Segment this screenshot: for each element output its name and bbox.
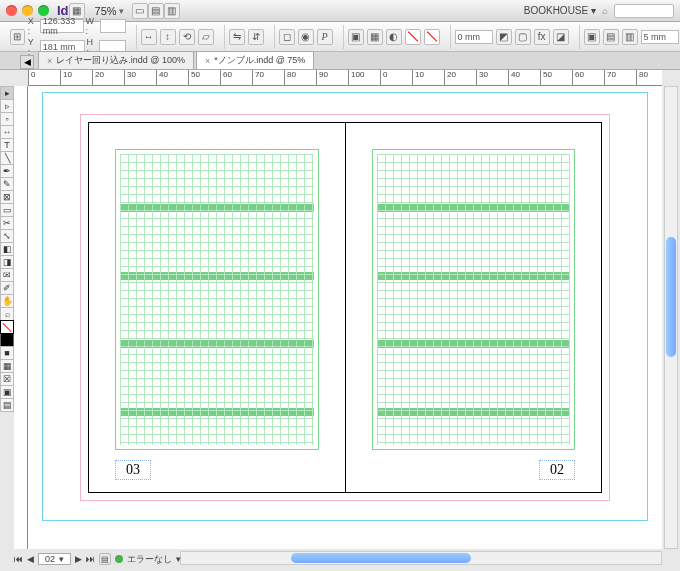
y-label: Y : xyxy=(28,37,38,57)
line-tool[interactable]: ╲ xyxy=(0,151,14,165)
page-nav-last[interactable]: ⏭ xyxy=(86,554,95,564)
document-tab-2[interactable]: ×*ノンブル.indd @ 75% xyxy=(196,51,314,69)
close-icon[interactable]: × xyxy=(205,56,210,66)
gradient-feather-tool[interactable]: ◨ xyxy=(0,255,14,269)
x-label: X : xyxy=(28,16,38,36)
scrollbar-thumb[interactable] xyxy=(666,237,676,357)
shear-icon[interactable]: ▱ xyxy=(198,29,214,45)
preflight-dropdown-icon[interactable]: ▾ xyxy=(176,554,181,564)
document-tab-1[interactable]: ×レイヤー回り込み.indd @ 100% xyxy=(38,51,194,69)
document-canvas[interactable]: 03 02 xyxy=(28,86,662,549)
stroke-weight-input[interactable]: 0 mm xyxy=(455,30,493,44)
w-input[interactable] xyxy=(100,19,126,33)
preview-view-icon[interactable]: ▤ xyxy=(0,398,14,412)
hand-tool[interactable]: ✋ xyxy=(0,294,14,308)
page-nav-first[interactable]: ⏮ xyxy=(14,554,23,564)
text-frame-grid[interactable] xyxy=(115,149,319,450)
text-frame-grid[interactable] xyxy=(372,149,576,450)
eyedropper-tool[interactable]: ✐ xyxy=(0,281,14,295)
apply-none-icon[interactable]: ☒ xyxy=(0,372,14,386)
search-icon: ⌕ xyxy=(602,5,608,16)
page-number-field[interactable]: 02▾ xyxy=(38,553,71,565)
paragraph-style-icon[interactable]: P xyxy=(317,29,333,45)
stroke-swatch[interactable] xyxy=(0,333,14,347)
rotate-icon[interactable]: ⟲ xyxy=(179,29,195,45)
rectangle-frame-tool[interactable]: ⊠ xyxy=(0,190,14,204)
traffic-lights xyxy=(6,5,49,16)
zoom-window-button[interactable] xyxy=(38,5,49,16)
page-number-right[interactable]: 02 xyxy=(539,460,575,480)
direct-selection-tool[interactable]: ▹ xyxy=(0,99,14,113)
tab-label: *ノンブル.indd @ 75% xyxy=(214,54,305,67)
tab-scroll-left[interactable]: ◀ xyxy=(20,55,34,69)
preflight-ok-icon xyxy=(115,555,123,563)
screen-mode-icon[interactable]: ▤ xyxy=(148,3,164,19)
vertical-ruler[interactable] xyxy=(14,86,28,549)
page-nav-next[interactable]: ▶ xyxy=(75,554,82,564)
page-spread: 03 02 xyxy=(88,122,602,493)
wrap-shape-icon[interactable]: ◐ xyxy=(386,29,402,45)
scale-y-icon[interactable]: ↕ xyxy=(160,29,176,45)
wrap-none-icon[interactable]: ▣ xyxy=(348,29,364,45)
document-tab-bar: ◀ ×レイヤー回り込み.indd @ 100% ×*ノンブル.indd @ 75… xyxy=(0,52,680,70)
scissors-tool[interactable]: ✂ xyxy=(0,216,14,230)
opacity-icon[interactable]: ▢ xyxy=(515,29,531,45)
fill-swatch[interactable] xyxy=(0,320,14,334)
search-input[interactable] xyxy=(614,4,674,18)
gradient-tool[interactable]: ◧ xyxy=(0,242,14,256)
vertical-scrollbar[interactable] xyxy=(664,86,678,549)
normal-view-icon[interactable]: ▣ xyxy=(0,385,14,399)
apply-color-icon[interactable]: ■ xyxy=(0,346,14,360)
x-input[interactable]: 126.333 mm xyxy=(40,19,84,33)
gap-tool[interactable]: ↔ xyxy=(0,125,14,139)
corner-options-icon[interactable]: ◩ xyxy=(496,29,512,45)
scrollbar-thumb[interactable] xyxy=(291,553,471,563)
minimize-window-button[interactable] xyxy=(22,5,33,16)
zoom-level[interactable]: 75% xyxy=(95,5,117,17)
type-tool[interactable]: T xyxy=(0,138,14,152)
fill-none-icon[interactable] xyxy=(405,29,421,45)
effects-icon[interactable]: fx xyxy=(534,29,550,45)
page-tool[interactable]: ▫ xyxy=(0,112,14,126)
apply-gradient-icon[interactable]: ▦ xyxy=(0,359,14,373)
left-page[interactable]: 03 xyxy=(89,123,345,492)
reference-point-icon[interactable]: ⊞ xyxy=(10,29,25,45)
zoom-tool[interactable]: ⌕ xyxy=(0,307,14,321)
rectangle-tool[interactable]: ▭ xyxy=(0,203,14,217)
dropdown-icon[interactable]: ▾ xyxy=(119,6,124,16)
flip-v-icon[interactable]: ⇵ xyxy=(248,29,264,45)
preflight-status[interactable]: エラーなし xyxy=(127,553,172,566)
stroke-none-icon[interactable] xyxy=(424,29,440,45)
horizontal-ruler[interactable]: 0102030405060708090100010203040506070809… xyxy=(28,70,662,86)
close-window-button[interactable] xyxy=(6,5,17,16)
pen-tool[interactable]: ✒ xyxy=(0,164,14,178)
tools-panel: ▸ ▹ ▫ ↔ T ╲ ✒ ✎ ⊠ ▭ ✂ ⤡ ◧ ◨ ✉ ✐ ✋ ⌕ ■ ▦ … xyxy=(0,86,14,411)
w-label: W : xyxy=(86,16,98,36)
note-tool[interactable]: ✉ xyxy=(0,268,14,282)
workspace-label[interactable]: BOOKHOUSE ▾ xyxy=(524,5,596,16)
scale-x-icon[interactable]: ↔ xyxy=(141,29,157,45)
frame-grid-pattern xyxy=(120,154,314,445)
status-bar: ⏮ ◀ 02▾ ▶ ⏭ ▤ エラーなし ▾ xyxy=(14,551,181,567)
page-nav-prev[interactable]: ◀ xyxy=(27,554,34,564)
view-mode-icon[interactable]: ▭ xyxy=(132,3,148,19)
fit-content-icon[interactable]: ▣ xyxy=(584,29,600,45)
center-content-icon[interactable]: ▥ xyxy=(622,29,638,45)
dropshadow-icon[interactable]: ◪ xyxy=(553,29,569,45)
pencil-tool[interactable]: ✎ xyxy=(0,177,14,191)
spacing-input[interactable]: 5 mm xyxy=(641,30,679,44)
select-content-icon[interactable]: ◉ xyxy=(298,29,314,45)
select-container-icon[interactable]: ◻ xyxy=(279,29,295,45)
horizontal-scrollbar[interactable] xyxy=(180,551,662,565)
arrange-icon[interactable]: ▥ xyxy=(164,3,180,19)
page-number-left[interactable]: 03 xyxy=(115,460,151,480)
open-docs-icon[interactable]: ▤ xyxy=(99,553,111,565)
control-bar: ⊞ X :126.333 mmW : Y :181 mmH : ↔ ↕ ⟲ ▱ … xyxy=(0,22,680,52)
free-transform-tool[interactable]: ⤡ xyxy=(0,229,14,243)
selection-tool[interactable]: ▸ xyxy=(0,86,14,100)
fit-frame-icon[interactable]: ▤ xyxy=(603,29,619,45)
right-page[interactable]: 02 xyxy=(345,123,602,492)
wrap-bounding-icon[interactable]: ▦ xyxy=(367,29,383,45)
close-icon[interactable]: × xyxy=(47,56,52,66)
flip-h-icon[interactable]: ⇋ xyxy=(229,29,245,45)
